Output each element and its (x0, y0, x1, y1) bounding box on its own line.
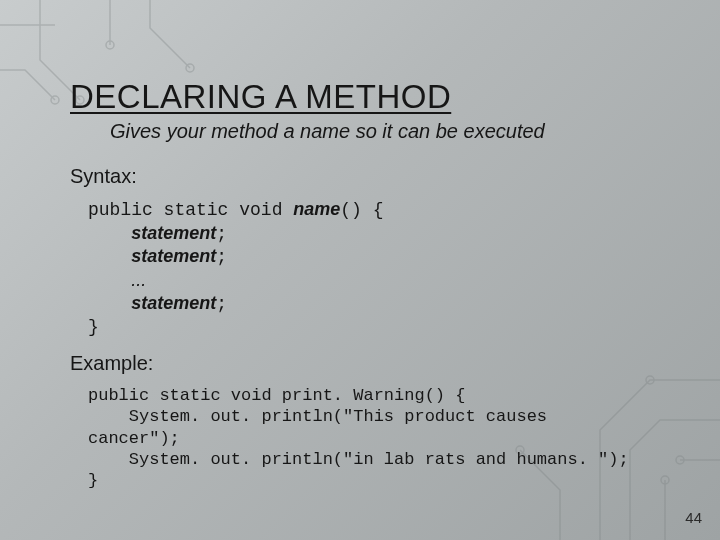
slide: DECLARING A METHOD Gives your method a n… (0, 0, 720, 540)
syntax-label: Syntax: (70, 165, 650, 188)
syntax-stmt-1: statement (131, 223, 216, 243)
syntax-sig-suffix: () { (340, 200, 383, 220)
slide-subtitle: Gives your method a name so it can be ex… (110, 120, 650, 143)
example-label: Example: (70, 352, 650, 375)
example-line-1: public static void print. Warning() { (88, 386, 465, 405)
example-codeblock: public static void print. Warning() { Sy… (88, 385, 650, 491)
syntax-codeblock: public static void name() { statement; s… (88, 198, 650, 338)
syntax-semi-2: ; (216, 247, 227, 267)
syntax-sig-name: name (293, 199, 340, 219)
syntax-stmt-2: statement (131, 246, 216, 266)
example-line-3: cancer"); (88, 429, 180, 448)
example-line-5: } (88, 471, 98, 490)
syntax-sig-prefix: public static void (88, 200, 293, 220)
example-line-2: System. out. println("This product cause… (88, 407, 547, 426)
syntax-semi-3: ; (216, 294, 227, 314)
syntax-close: } (88, 317, 99, 337)
syntax-dots: ... (131, 270, 146, 290)
example-line-4: System. out. println("in lab rats and hu… (88, 450, 629, 469)
syntax-semi-1: ; (216, 224, 227, 244)
page-number: 44 (685, 509, 702, 526)
slide-title: DECLARING A METHOD (70, 78, 650, 116)
syntax-stmt-3: statement (131, 293, 216, 313)
